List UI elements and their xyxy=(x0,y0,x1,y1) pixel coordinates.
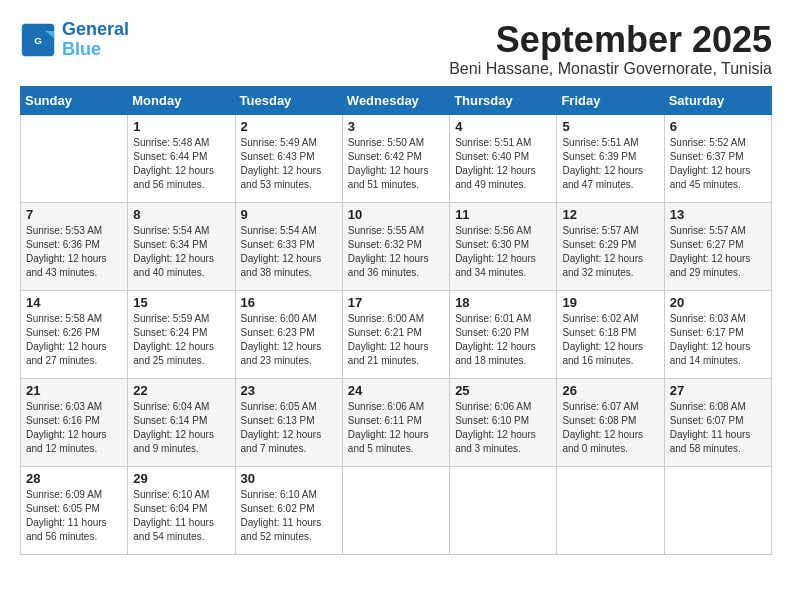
calendar-cell: 19Sunrise: 6:02 AM Sunset: 6:18 PM Dayli… xyxy=(557,290,664,378)
calendar-cell: 2Sunrise: 5:49 AM Sunset: 6:43 PM Daylig… xyxy=(235,114,342,202)
day-number: 21 xyxy=(26,383,122,398)
calendar-cell: 22Sunrise: 6:04 AM Sunset: 6:14 PM Dayli… xyxy=(128,378,235,466)
day-number: 26 xyxy=(562,383,658,398)
calendar-cell xyxy=(450,466,557,554)
location-title: Beni Hassane, Monastir Governorate, Tuni… xyxy=(449,60,772,78)
cell-text: Sunrise: 5:49 AM Sunset: 6:43 PM Dayligh… xyxy=(241,136,337,192)
day-number: 4 xyxy=(455,119,551,134)
calendar-cell: 17Sunrise: 6:00 AM Sunset: 6:21 PM Dayli… xyxy=(342,290,449,378)
day-number: 24 xyxy=(348,383,444,398)
cell-text: Sunrise: 6:10 AM Sunset: 6:02 PM Dayligh… xyxy=(241,488,337,544)
day-number: 12 xyxy=(562,207,658,222)
day-number: 18 xyxy=(455,295,551,310)
calendar-cell: 15Sunrise: 5:59 AM Sunset: 6:24 PM Dayli… xyxy=(128,290,235,378)
calendar-cell: 12Sunrise: 5:57 AM Sunset: 6:29 PM Dayli… xyxy=(557,202,664,290)
cell-text: Sunrise: 6:10 AM Sunset: 6:04 PM Dayligh… xyxy=(133,488,229,544)
logo-line1: General xyxy=(62,19,129,39)
calendar-cell xyxy=(342,466,449,554)
cell-text: Sunrise: 5:59 AM Sunset: 6:24 PM Dayligh… xyxy=(133,312,229,368)
day-number: 13 xyxy=(670,207,766,222)
calendar-cell: 5Sunrise: 5:51 AM Sunset: 6:39 PM Daylig… xyxy=(557,114,664,202)
day-number: 11 xyxy=(455,207,551,222)
header-cell-saturday: Saturday xyxy=(664,86,771,114)
day-number: 6 xyxy=(670,119,766,134)
day-number: 17 xyxy=(348,295,444,310)
day-number: 8 xyxy=(133,207,229,222)
cell-text: Sunrise: 5:48 AM Sunset: 6:44 PM Dayligh… xyxy=(133,136,229,192)
calendar-cell: 7Sunrise: 5:53 AM Sunset: 6:36 PM Daylig… xyxy=(21,202,128,290)
calendar-cell: 6Sunrise: 5:52 AM Sunset: 6:37 PM Daylig… xyxy=(664,114,771,202)
day-number: 29 xyxy=(133,471,229,486)
cell-text: Sunrise: 6:01 AM Sunset: 6:20 PM Dayligh… xyxy=(455,312,551,368)
cell-text: Sunrise: 5:55 AM Sunset: 6:32 PM Dayligh… xyxy=(348,224,444,280)
cell-text: Sunrise: 5:51 AM Sunset: 6:39 PM Dayligh… xyxy=(562,136,658,192)
calendar-cell: 11Sunrise: 5:56 AM Sunset: 6:30 PM Dayli… xyxy=(450,202,557,290)
header-cell-sunday: Sunday xyxy=(21,86,128,114)
calendar-cell: 27Sunrise: 6:08 AM Sunset: 6:07 PM Dayli… xyxy=(664,378,771,466)
day-number: 10 xyxy=(348,207,444,222)
cell-text: Sunrise: 5:56 AM Sunset: 6:30 PM Dayligh… xyxy=(455,224,551,280)
calendar-cell xyxy=(557,466,664,554)
calendar-header: SundayMondayTuesdayWednesdayThursdayFrid… xyxy=(21,86,772,114)
calendar-cell: 10Sunrise: 5:55 AM Sunset: 6:32 PM Dayli… xyxy=(342,202,449,290)
day-number: 16 xyxy=(241,295,337,310)
calendar-cell xyxy=(664,466,771,554)
calendar-cell: 29Sunrise: 6:10 AM Sunset: 6:04 PM Dayli… xyxy=(128,466,235,554)
calendar-cell: 28Sunrise: 6:09 AM Sunset: 6:05 PM Dayli… xyxy=(21,466,128,554)
cell-text: Sunrise: 6:07 AM Sunset: 6:08 PM Dayligh… xyxy=(562,400,658,456)
header-cell-wednesday: Wednesday xyxy=(342,86,449,114)
week-row-2: 7Sunrise: 5:53 AM Sunset: 6:36 PM Daylig… xyxy=(21,202,772,290)
calendar-cell: 26Sunrise: 6:07 AM Sunset: 6:08 PM Dayli… xyxy=(557,378,664,466)
cell-text: Sunrise: 5:58 AM Sunset: 6:26 PM Dayligh… xyxy=(26,312,122,368)
cell-text: Sunrise: 6:08 AM Sunset: 6:07 PM Dayligh… xyxy=(670,400,766,456)
header-cell-monday: Monday xyxy=(128,86,235,114)
cell-text: Sunrise: 5:54 AM Sunset: 6:33 PM Dayligh… xyxy=(241,224,337,280)
calendar-cell: 18Sunrise: 6:01 AM Sunset: 6:20 PM Dayli… xyxy=(450,290,557,378)
calendar-cell: 4Sunrise: 5:51 AM Sunset: 6:40 PM Daylig… xyxy=(450,114,557,202)
calendar-body: 1Sunrise: 5:48 AM Sunset: 6:44 PM Daylig… xyxy=(21,114,772,554)
cell-text: Sunrise: 5:54 AM Sunset: 6:34 PM Dayligh… xyxy=(133,224,229,280)
svg-text:G: G xyxy=(34,34,42,45)
day-number: 2 xyxy=(241,119,337,134)
calendar-cell: 25Sunrise: 6:06 AM Sunset: 6:10 PM Dayli… xyxy=(450,378,557,466)
header-cell-tuesday: Tuesday xyxy=(235,86,342,114)
cell-text: Sunrise: 6:02 AM Sunset: 6:18 PM Dayligh… xyxy=(562,312,658,368)
day-number: 1 xyxy=(133,119,229,134)
calendar-cell: 1Sunrise: 5:48 AM Sunset: 6:44 PM Daylig… xyxy=(128,114,235,202)
title-section: September 2025 Beni Hassane, Monastir Go… xyxy=(449,20,772,78)
logo-icon: G xyxy=(20,22,56,58)
logo: G General Blue xyxy=(20,20,129,60)
cell-text: Sunrise: 5:50 AM Sunset: 6:42 PM Dayligh… xyxy=(348,136,444,192)
cell-text: Sunrise: 6:00 AM Sunset: 6:23 PM Dayligh… xyxy=(241,312,337,368)
cell-text: Sunrise: 5:57 AM Sunset: 6:29 PM Dayligh… xyxy=(562,224,658,280)
cell-text: Sunrise: 6:06 AM Sunset: 6:10 PM Dayligh… xyxy=(455,400,551,456)
week-row-1: 1Sunrise: 5:48 AM Sunset: 6:44 PM Daylig… xyxy=(21,114,772,202)
day-number: 9 xyxy=(241,207,337,222)
header-cell-thursday: Thursday xyxy=(450,86,557,114)
day-number: 14 xyxy=(26,295,122,310)
week-row-4: 21Sunrise: 6:03 AM Sunset: 6:16 PM Dayli… xyxy=(21,378,772,466)
day-number: 19 xyxy=(562,295,658,310)
calendar-cell xyxy=(21,114,128,202)
week-row-3: 14Sunrise: 5:58 AM Sunset: 6:26 PM Dayli… xyxy=(21,290,772,378)
calendar-cell: 14Sunrise: 5:58 AM Sunset: 6:26 PM Dayli… xyxy=(21,290,128,378)
logo-line2: Blue xyxy=(62,39,101,59)
cell-text: Sunrise: 5:57 AM Sunset: 6:27 PM Dayligh… xyxy=(670,224,766,280)
cell-text: Sunrise: 6:06 AM Sunset: 6:11 PM Dayligh… xyxy=(348,400,444,456)
cell-text: Sunrise: 5:53 AM Sunset: 6:36 PM Dayligh… xyxy=(26,224,122,280)
week-row-5: 28Sunrise: 6:09 AM Sunset: 6:05 PM Dayli… xyxy=(21,466,772,554)
cell-text: Sunrise: 6:00 AM Sunset: 6:21 PM Dayligh… xyxy=(348,312,444,368)
month-title: September 2025 xyxy=(449,20,772,60)
calendar-cell: 9Sunrise: 5:54 AM Sunset: 6:33 PM Daylig… xyxy=(235,202,342,290)
day-number: 30 xyxy=(241,471,337,486)
calendar-cell: 16Sunrise: 6:00 AM Sunset: 6:23 PM Dayli… xyxy=(235,290,342,378)
calendar-cell: 21Sunrise: 6:03 AM Sunset: 6:16 PM Dayli… xyxy=(21,378,128,466)
day-number: 3 xyxy=(348,119,444,134)
header-cell-friday: Friday xyxy=(557,86,664,114)
calendar-cell: 24Sunrise: 6:06 AM Sunset: 6:11 PM Dayli… xyxy=(342,378,449,466)
calendar-cell: 3Sunrise: 5:50 AM Sunset: 6:42 PM Daylig… xyxy=(342,114,449,202)
cell-text: Sunrise: 5:51 AM Sunset: 6:40 PM Dayligh… xyxy=(455,136,551,192)
day-number: 20 xyxy=(670,295,766,310)
header-row: SundayMondayTuesdayWednesdayThursdayFrid… xyxy=(21,86,772,114)
day-number: 15 xyxy=(133,295,229,310)
